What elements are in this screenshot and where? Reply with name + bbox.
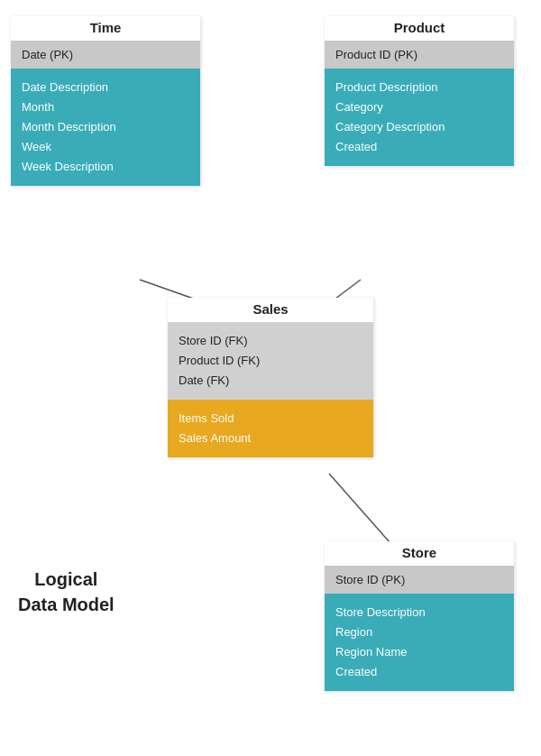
store-attributes: Store Description Region Region Name Cre… [325,594,514,691]
diagram-container: Time Date (PK) Date Description Month Mo… [0,0,541,756]
product-entity: Product Product ID (PK) Product Descript… [325,16,514,166]
sales-fk-1: Product ID (FK) [179,351,362,371]
store-entity: Store Store ID (PK) Store Description Re… [325,541,514,691]
sales-foreign-keys: Store ID (FK) Product ID (FK) Date (FK) [168,322,373,400]
time-attr-2: Month Description [22,117,189,137]
time-attr-3: Week [22,137,189,157]
store-entity-title: Store [325,541,514,566]
product-attr-0: Product Description [335,78,503,97]
store-attr-3: Created [335,662,503,682]
diagram-title-line2: Data Model [18,595,115,614]
time-entity: Time Date (PK) Date Description Month Mo… [11,16,200,186]
store-attr-1: Region [335,622,503,642]
diagram-title-line1: Logical [34,569,97,589]
diagram-label: LogicalData Model [18,567,115,617]
sales-fk-0: Store ID (FK) [179,331,362,351]
store-attr-0: Store Description [335,603,503,622]
sales-measure-0: Items Sold [179,409,362,429]
product-attr-2: Category Description [335,117,503,137]
time-attributes: Date Description Month Month Description… [11,69,200,186]
sales-measures: Items Sold Sales Amount [168,400,373,457]
sales-fk-2: Date (FK) [179,371,362,391]
sales-entity: Sales Store ID (FK) Product ID (FK) Date… [168,298,373,457]
store-pk: Store ID (PK) [325,566,514,594]
product-attr-1: Category [335,97,503,117]
time-attr-1: Month [22,97,189,117]
product-pk: Product ID (PK) [325,41,514,69]
product-attr-3: Created [335,137,503,157]
svg-line-2 [329,474,397,550]
time-attr-0: Date Description [22,78,189,97]
sales-measure-1: Sales Amount [179,429,362,448]
product-entity-title: Product [325,16,514,41]
time-pk: Date (PK) [11,41,200,69]
time-entity-title: Time [11,16,200,41]
product-attributes: Product Description Category Category De… [325,69,514,166]
time-attr-4: Week Description [22,157,189,177]
sales-entity-title: Sales [168,298,373,322]
store-attr-2: Region Name [335,642,503,662]
